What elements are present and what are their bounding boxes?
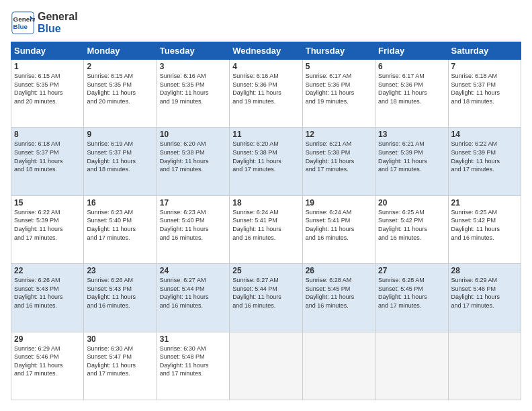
calendar-day-cell: 13Sunrise: 6:21 AMSunset: 5:39 PMDayligh… xyxy=(375,128,448,195)
weekday-header: Monday xyxy=(84,42,157,60)
calendar-day-cell: 6Sunrise: 6:17 AMSunset: 5:36 PMDaylight… xyxy=(375,60,448,128)
calendar-day-cell: 14Sunrise: 6:22 AMSunset: 5:39 PMDayligh… xyxy=(448,128,521,195)
day-number: 21 xyxy=(451,198,518,208)
day-number: 14 xyxy=(451,130,518,139)
calendar-day-cell: 9Sunrise: 6:19 AMSunset: 5:37 PMDaylight… xyxy=(84,128,157,195)
day-number: 3 xyxy=(160,62,226,71)
day-number: 6 xyxy=(378,62,445,71)
day-info: Sunrise: 6:22 AMSunset: 5:39 PMDaylight:… xyxy=(14,208,81,242)
day-info: Sunrise: 6:24 AMSunset: 5:41 PMDaylight:… xyxy=(306,208,372,242)
calendar-table: SundayMondayTuesdayWednesdayThursdayFrid… xyxy=(11,42,521,400)
day-info: Sunrise: 6:25 AMSunset: 5:42 PMDaylight:… xyxy=(378,208,445,242)
calendar-day-cell: 11Sunrise: 6:20 AMSunset: 5:38 PMDayligh… xyxy=(230,128,302,195)
day-info: Sunrise: 6:20 AMSunset: 5:38 PMDaylight:… xyxy=(160,140,226,173)
calendar-day-cell: 23Sunrise: 6:26 AMSunset: 5:43 PMDayligh… xyxy=(84,264,157,332)
day-info: Sunrise: 6:17 AMSunset: 5:36 PMDaylight:… xyxy=(378,72,445,105)
day-info: Sunrise: 6:27 AMSunset: 5:44 PMDaylight:… xyxy=(160,276,226,310)
weekday-header: Saturday xyxy=(448,42,521,60)
weekday-header: Sunday xyxy=(11,42,84,60)
day-info: Sunrise: 6:30 AMSunset: 5:47 PMDaylight:… xyxy=(87,345,153,378)
day-number: 9 xyxy=(87,130,153,139)
calendar-day-cell: 18Sunrise: 6:24 AMSunset: 5:41 PMDayligh… xyxy=(230,195,302,263)
calendar-day-cell: 8Sunrise: 6:18 AMSunset: 5:37 PMDaylight… xyxy=(11,128,84,195)
day-number: 16 xyxy=(87,198,153,208)
calendar-header-row: SundayMondayTuesdayWednesdayThursdayFrid… xyxy=(11,42,521,60)
calendar-day-cell: 30Sunrise: 6:30 AMSunset: 5:47 PMDayligh… xyxy=(84,332,157,400)
logo-text-line2: Blue xyxy=(38,23,78,35)
day-number: 12 xyxy=(306,130,372,139)
day-number: 22 xyxy=(14,266,81,275)
calendar-day-cell: 20Sunrise: 6:25 AMSunset: 5:42 PMDayligh… xyxy=(375,195,448,263)
calendar-day-cell: 10Sunrise: 6:20 AMSunset: 5:38 PMDayligh… xyxy=(157,128,229,195)
day-number: 24 xyxy=(160,266,226,275)
calendar-day-cell: 24Sunrise: 6:27 AMSunset: 5:44 PMDayligh… xyxy=(157,264,229,332)
day-number: 27 xyxy=(378,266,445,275)
calendar-day-cell: 3Sunrise: 6:16 AMSunset: 5:35 PMDaylight… xyxy=(157,60,229,128)
day-info: Sunrise: 6:16 AMSunset: 5:36 PMDaylight:… xyxy=(232,72,299,105)
day-number: 31 xyxy=(160,334,226,344)
day-number: 19 xyxy=(306,198,372,208)
day-number: 17 xyxy=(160,198,226,208)
svg-text:General: General xyxy=(13,15,35,23)
logo: General Blue General Blue xyxy=(11,11,78,35)
calendar-day-cell: 22Sunrise: 6:26 AMSunset: 5:43 PMDayligh… xyxy=(11,264,84,332)
day-number: 28 xyxy=(451,266,518,275)
calendar-week-row: 29Sunrise: 6:29 AMSunset: 5:46 PMDayligh… xyxy=(11,332,521,400)
day-number: 20 xyxy=(378,198,445,208)
calendar-day-cell: 7Sunrise: 6:18 AMSunset: 5:37 PMDaylight… xyxy=(448,60,521,128)
calendar-day-cell: 15Sunrise: 6:22 AMSunset: 5:39 PMDayligh… xyxy=(11,195,84,263)
weekday-header: Tuesday xyxy=(157,42,229,60)
day-number: 5 xyxy=(306,62,372,71)
day-info: Sunrise: 6:29 AMSunset: 5:46 PMDaylight:… xyxy=(451,276,518,310)
day-info: Sunrise: 6:20 AMSunset: 5:38 PMDaylight:… xyxy=(232,140,299,173)
day-info: Sunrise: 6:24 AMSunset: 5:41 PMDaylight:… xyxy=(232,208,299,242)
calendar-day-cell: 31Sunrise: 6:30 AMSunset: 5:48 PMDayligh… xyxy=(157,332,229,400)
day-info: Sunrise: 6:21 AMSunset: 5:38 PMDaylight:… xyxy=(306,140,372,173)
calendar-week-row: 8Sunrise: 6:18 AMSunset: 5:37 PMDaylight… xyxy=(11,128,521,195)
logo-text-line1: General xyxy=(38,11,78,23)
calendar-day-cell: 25Sunrise: 6:27 AMSunset: 5:44 PMDayligh… xyxy=(230,264,302,332)
day-info: Sunrise: 6:23 AMSunset: 5:40 PMDaylight:… xyxy=(160,208,226,242)
day-number: 4 xyxy=(232,62,299,71)
day-info: Sunrise: 6:28 AMSunset: 5:45 PMDaylight:… xyxy=(378,276,445,310)
weekday-header: Wednesday xyxy=(230,42,302,60)
day-number: 30 xyxy=(87,334,153,344)
day-info: Sunrise: 6:30 AMSunset: 5:48 PMDaylight:… xyxy=(160,345,226,378)
calendar-day-cell: 4Sunrise: 6:16 AMSunset: 5:36 PMDaylight… xyxy=(230,60,302,128)
day-info: Sunrise: 6:26 AMSunset: 5:43 PMDaylight:… xyxy=(87,276,153,310)
day-number: 11 xyxy=(232,130,299,139)
day-info: Sunrise: 6:29 AMSunset: 5:46 PMDaylight:… xyxy=(14,345,81,378)
day-number: 26 xyxy=(306,266,372,275)
day-info: Sunrise: 6:21 AMSunset: 5:39 PMDaylight:… xyxy=(378,140,445,173)
day-info: Sunrise: 6:25 AMSunset: 5:42 PMDaylight:… xyxy=(451,208,518,242)
day-info: Sunrise: 6:18 AMSunset: 5:37 PMDaylight:… xyxy=(14,140,81,173)
svg-text:Blue: Blue xyxy=(13,23,28,30)
day-number: 25 xyxy=(232,266,299,275)
day-info: Sunrise: 6:15 AMSunset: 5:35 PMDaylight:… xyxy=(14,72,81,105)
header: General Blue General Blue xyxy=(11,11,521,35)
calendar-day-cell: 17Sunrise: 6:23 AMSunset: 5:40 PMDayligh… xyxy=(157,195,229,263)
day-info: Sunrise: 6:23 AMSunset: 5:40 PMDaylight:… xyxy=(87,208,153,242)
weekday-header: Thursday xyxy=(302,42,375,60)
calendar-day-cell xyxy=(302,332,375,400)
day-number: 23 xyxy=(87,266,153,275)
calendar-week-row: 15Sunrise: 6:22 AMSunset: 5:39 PMDayligh… xyxy=(11,195,521,263)
calendar-day-cell: 27Sunrise: 6:28 AMSunset: 5:45 PMDayligh… xyxy=(375,264,448,332)
day-number: 13 xyxy=(378,130,445,139)
day-info: Sunrise: 6:17 AMSunset: 5:36 PMDaylight:… xyxy=(306,72,372,105)
day-info: Sunrise: 6:22 AMSunset: 5:39 PMDaylight:… xyxy=(451,140,518,173)
day-info: Sunrise: 6:27 AMSunset: 5:44 PMDaylight:… xyxy=(232,276,299,310)
page: General Blue General Blue SundayMondayTu… xyxy=(0,0,532,411)
day-info: Sunrise: 6:26 AMSunset: 5:43 PMDaylight:… xyxy=(14,276,81,310)
day-number: 8 xyxy=(14,130,81,139)
calendar-day-cell: 12Sunrise: 6:21 AMSunset: 5:38 PMDayligh… xyxy=(302,128,375,195)
day-info: Sunrise: 6:18 AMSunset: 5:37 PMDaylight:… xyxy=(451,72,518,105)
day-number: 10 xyxy=(160,130,226,139)
calendar-day-cell: 1Sunrise: 6:15 AMSunset: 5:35 PMDaylight… xyxy=(11,60,84,128)
calendar-day-cell: 26Sunrise: 6:28 AMSunset: 5:45 PMDayligh… xyxy=(302,264,375,332)
calendar-day-cell: 16Sunrise: 6:23 AMSunset: 5:40 PMDayligh… xyxy=(84,195,157,263)
day-number: 29 xyxy=(14,334,81,344)
calendar-day-cell: 19Sunrise: 6:24 AMSunset: 5:41 PMDayligh… xyxy=(302,195,375,263)
calendar-week-row: 22Sunrise: 6:26 AMSunset: 5:43 PMDayligh… xyxy=(11,264,521,332)
calendar-day-cell: 21Sunrise: 6:25 AMSunset: 5:42 PMDayligh… xyxy=(448,195,521,263)
